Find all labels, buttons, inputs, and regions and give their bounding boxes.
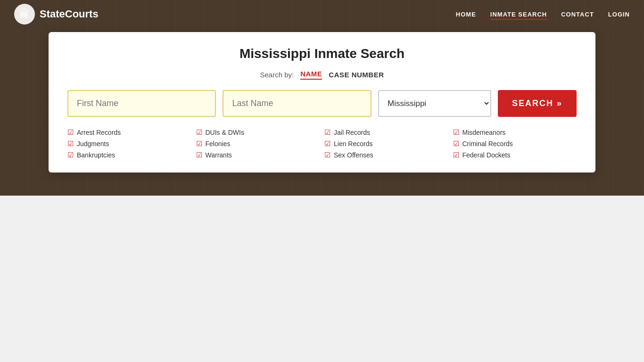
modal-title: Mississippi Inmate Search — [67, 46, 577, 61]
check-icon-felonies: ☑ — [196, 140, 202, 148]
search-button[interactable]: SEARCH » — [498, 90, 577, 117]
nav-contact[interactable]: CONTACT — [561, 11, 594, 18]
search-by-row: Search by: NAME CASE NUMBER — [67, 70, 577, 80]
check-label-federal: Federal Dockets — [462, 151, 511, 159]
state-select[interactable]: Mississippi — [378, 90, 491, 117]
nav-home[interactable]: HOME — [456, 11, 476, 18]
search-inputs: Mississippi SEARCH » — [67, 90, 577, 117]
check-label-judgments: Judgments — [77, 140, 109, 148]
check-criminal-records: ☑ Criminal Records — [453, 140, 577, 148]
check-felonies: ☑ Felonies — [196, 140, 320, 148]
logo-name: StateCourts — [40, 8, 99, 20]
check-label-arrest: Arrest Records — [77, 129, 121, 136]
check-label-duis: DUIs & DWIs — [206, 129, 244, 136]
check-sex-offenses: ☑ Sex Offenses — [324, 151, 448, 159]
check-duis: ☑ DUIs & DWIs — [196, 128, 320, 137]
check-icon-bankruptcies: ☑ — [67, 151, 74, 159]
nav-links: HOME INMATE SEARCH CONTACT LOGIN — [456, 10, 630, 18]
check-misdemeanors: ☑ Misdemeanors — [453, 128, 577, 137]
check-icon-warrants: ☑ — [196, 151, 202, 159]
check-icon-arrest: ☑ — [67, 128, 74, 137]
first-name-input[interactable] — [67, 90, 216, 117]
checklist-grid: ☑ Arrest Records ☑ DUIs & DWIs ☑ Jail Re… — [67, 128, 577, 159]
check-icon-misdemeanors: ☑ — [453, 128, 459, 137]
search-by-label: Search by: — [260, 71, 294, 79]
navbar: 🏛 StateCourts HOME INMATE SEARCH CONTACT… — [0, 0, 644, 28]
check-label-bankruptcies: Bankruptcies — [77, 151, 115, 159]
check-label-lien: Lien Records — [334, 140, 373, 148]
check-lien-records: ☑ Lien Records — [324, 140, 448, 148]
search-modal: Mississippi Inmate Search Search by: NAM… — [49, 32, 595, 173]
hero-section: COURTHOUSE 🏛 StateCourts HOME INMATE SEA… — [0, 0, 644, 196]
last-name-input[interactable] — [223, 90, 371, 117]
check-bankruptcies: ☑ Bankruptcies — [67, 151, 191, 159]
check-warrants: ☑ Warrants — [196, 151, 320, 159]
check-federal-dockets: ☑ Federal Dockets — [453, 151, 577, 159]
check-icon-sex-offenses: ☑ — [324, 151, 330, 159]
logo-icon: 🏛 — [14, 4, 35, 25]
check-label-felonies: Felonies — [206, 140, 231, 148]
check-icon-lien: ☑ — [324, 140, 330, 148]
check-icon-duis: ☑ — [196, 128, 202, 137]
nav-inmate-search[interactable]: INMATE SEARCH — [490, 11, 547, 20]
nav-login[interactable]: LOGIN — [608, 11, 630, 18]
check-icon-judgments: ☑ — [67, 140, 74, 148]
check-icon-criminal: ☑ — [453, 140, 459, 148]
check-label-misdemeanors: Misdemeanors — [462, 129, 506, 136]
tab-case-number[interactable]: CASE NUMBER — [329, 71, 384, 79]
check-label-warrants: Warrants — [206, 151, 232, 159]
tab-name[interactable]: NAME — [300, 70, 322, 80]
check-label-sex-offenses: Sex Offenses — [334, 151, 373, 159]
check-arrest-records: ☑ Arrest Records — [67, 128, 191, 137]
check-label-criminal: Criminal Records — [462, 140, 513, 148]
check-icon-jail: ☑ — [324, 128, 330, 137]
check-judgments: ☑ Judgments — [67, 140, 191, 148]
check-icon-federal: ☑ — [453, 151, 459, 159]
check-label-jail: Jail Records — [334, 129, 370, 136]
check-jail-records: ☑ Jail Records — [324, 128, 448, 137]
logo[interactable]: 🏛 StateCourts — [14, 4, 99, 25]
